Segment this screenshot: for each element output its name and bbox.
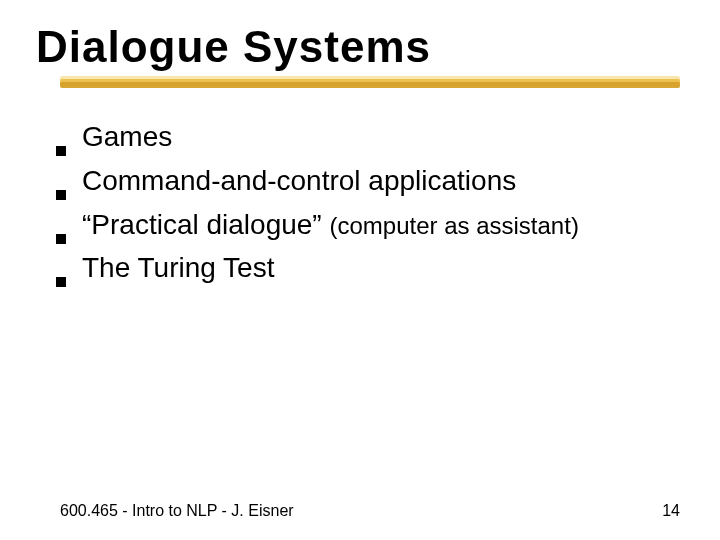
list-item-text: “Practical dialogue” (computer as assist… — [82, 206, 579, 244]
list-item-text: Command-and-control applications — [82, 162, 516, 200]
footer-page-number: 14 — [662, 502, 680, 520]
underline-stroke — [60, 82, 680, 88]
list-item-text: The Turing Test — [82, 249, 274, 287]
list-item-main: Command-and-control applications — [82, 165, 516, 196]
bullet-icon — [56, 234, 66, 244]
list-item: The Turing Test — [56, 249, 680, 287]
slide-title: Dialogue Systems — [36, 22, 431, 72]
list-item: “Practical dialogue” (computer as assist… — [56, 206, 680, 244]
list-item-paren: (computer as assistant) — [329, 212, 578, 239]
bullet-icon — [56, 190, 66, 200]
list-item-text: Games — [82, 118, 172, 156]
list-item-main: “Practical dialogue” — [82, 209, 329, 240]
bullet-icon — [56, 277, 66, 287]
bullet-list: Games Command-and-control applications “… — [56, 118, 680, 293]
bullet-icon — [56, 146, 66, 156]
list-item-main: Games — [82, 121, 172, 152]
title-underline — [60, 76, 680, 90]
slide: Dialogue Systems Games Command-and-contr… — [0, 0, 720, 540]
footer-course: 600.465 - Intro to NLP - J. Eisner — [60, 502, 294, 520]
list-item: Games — [56, 118, 680, 156]
list-item: Command-and-control applications — [56, 162, 680, 200]
list-item-main: The Turing Test — [82, 252, 274, 283]
